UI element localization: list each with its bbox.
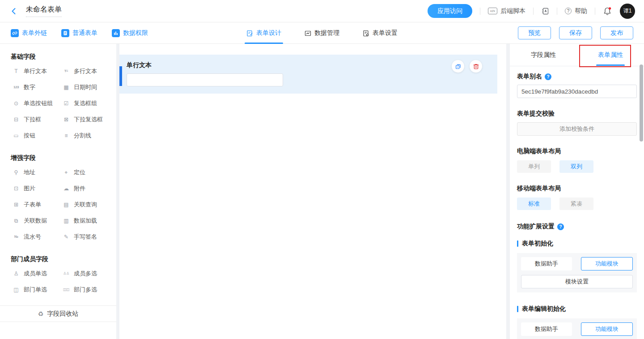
form-title[interactable]: 未命名表单 bbox=[26, 5, 62, 17]
field-label: 部门单选 bbox=[24, 286, 47, 294]
panel-scrollbar[interactable] bbox=[640, 64, 643, 142]
save-button[interactable]: 保存 bbox=[559, 26, 592, 39]
sidebar-field-radio-group[interactable]: ⊙单选按钮组 bbox=[13, 99, 63, 107]
sidebar-field-serial-number[interactable]: №流水号 bbox=[13, 233, 63, 241]
section-title-enhanced-fields: 增强字段 bbox=[0, 145, 116, 164]
section-title-member-fields: 部门成员字段 bbox=[0, 246, 116, 265]
backend-script-button[interactable]: </> 后端脚本 bbox=[488, 7, 525, 15]
field-label: 成员单选 bbox=[24, 270, 47, 278]
sidebar-field-datetime[interactable]: ▦日期时间 bbox=[63, 83, 113, 91]
form-edit-init-data-assistant-button[interactable]: 数据助手 bbox=[521, 322, 572, 336]
pc-layout-double-option[interactable]: 双列 bbox=[559, 160, 593, 173]
contacts-icon bbox=[541, 7, 549, 15]
selected-field-block[interactable]: 单行文本 bbox=[119, 55, 497, 94]
sidebar-field-button[interactable]: ▭按钮 bbox=[13, 132, 63, 140]
attachment-icon: ☁ bbox=[63, 186, 70, 191]
field-label: 分割线 bbox=[74, 132, 91, 140]
contacts-button[interactable] bbox=[541, 7, 549, 15]
serial-number-icon: № bbox=[13, 235, 20, 239]
sidebar-field-address[interactable]: ⚲地址 bbox=[13, 168, 63, 176]
tab-data-manage[interactable]: 数据管理 bbox=[305, 22, 339, 44]
avatar[interactable]: 谭1 bbox=[620, 4, 635, 19]
field-label: 单行文本 bbox=[24, 67, 47, 75]
form-init-data-assistant-button[interactable]: 数据助手 bbox=[521, 257, 572, 270]
help-label: 帮助 bbox=[575, 7, 587, 15]
divider-field-icon: ≡ bbox=[63, 133, 70, 138]
publish-button[interactable]: 发布 bbox=[600, 26, 633, 39]
section-title-basic-fields: 基础字段 bbox=[0, 44, 116, 63]
member-multi-icon: ♙♙ bbox=[63, 272, 70, 275]
trash-icon bbox=[473, 63, 479, 70]
field-label: 单选按钮组 bbox=[24, 99, 53, 107]
datetime-icon: ▦ bbox=[63, 85, 70, 90]
single-line-text-input[interactable] bbox=[127, 73, 283, 86]
sidebar-field-dept-multi[interactable]: ◫◫部门多选 bbox=[63, 286, 113, 294]
code-icon: </> bbox=[488, 8, 497, 14]
tab-form-design[interactable]: 表单设计 bbox=[246, 22, 281, 44]
alias-help-icon[interactable]: ? bbox=[545, 73, 551, 80]
signature-icon: ✎ bbox=[63, 234, 70, 240]
add-validation-button[interactable]: 添加校验条件 bbox=[517, 122, 637, 136]
sidebar-field-linked-data[interactable]: ⧉关联数据 bbox=[13, 217, 63, 225]
sidebar-field-linked-query[interactable]: ▤关联查询 bbox=[63, 201, 113, 209]
copy-field-button[interactable] bbox=[452, 60, 464, 73]
app-header: 未命名表单 应用访问 </> 后端脚本 ? 帮助 谭1 bbox=[0, 0, 644, 22]
tab-form-settings-label: 表单设置 bbox=[373, 29, 398, 37]
external-link-button[interactable]: 表单外链 bbox=[11, 29, 47, 37]
sidebar-field-checkbox-group[interactable]: ☑复选框组 bbox=[63, 99, 113, 107]
divider bbox=[557, 8, 557, 15]
pc-layout-single-option[interactable]: 单列 bbox=[517, 160, 551, 173]
field-label: 关联查询 bbox=[74, 201, 97, 209]
form-init-heading: 表单初始化 bbox=[517, 240, 637, 248]
notifications-button[interactable] bbox=[603, 7, 612, 16]
divider bbox=[595, 8, 595, 15]
sidebar-field-multi-line-text[interactable]: T≡多行文本 bbox=[63, 67, 113, 75]
single-line-text-icon: T bbox=[13, 69, 20, 74]
delete-field-button[interactable] bbox=[470, 60, 482, 73]
back-button[interactable] bbox=[10, 6, 20, 16]
mobile-layout-standard-option[interactable]: 标准 bbox=[517, 197, 551, 210]
field-label: 下拉复选框 bbox=[74, 116, 103, 124]
notification-badge bbox=[609, 7, 611, 9]
field-recycle-bin-button[interactable]: ♻ 字段回收站 bbox=[0, 305, 116, 322]
plain-form-button[interactable]: 普通表单 bbox=[61, 29, 97, 37]
mobile-layout-label: 移动端表单布局 bbox=[517, 185, 561, 193]
form-edit-init-feature-module-button[interactable]: 功能模块 bbox=[581, 322, 633, 336]
divider bbox=[533, 8, 534, 15]
select-icon: ⊟ bbox=[13, 117, 20, 122]
sidebar-field-attachment[interactable]: ☁附件 bbox=[63, 185, 113, 193]
sidebar-field-select[interactable]: ⊟下拉框 bbox=[13, 116, 63, 124]
form-init-module-settings-button[interactable]: 模块设置 bbox=[521, 275, 633, 288]
form-canvas[interactable]: 单行文本 bbox=[119, 44, 506, 339]
sidebar-field-signature[interactable]: ✎手写签名 bbox=[63, 233, 113, 241]
sidebar-field-image[interactable]: ⊡图片 bbox=[13, 185, 63, 193]
field-label: 成员多选 bbox=[74, 270, 97, 278]
sidebar-field-number[interactable]: 123数字 bbox=[13, 83, 63, 91]
button-field-icon: ▭ bbox=[13, 133, 20, 138]
data-permission-button[interactable]: 数据权限 bbox=[112, 29, 148, 37]
sidebar-field-member-multi[interactable]: ♙♙成员多选 bbox=[63, 270, 113, 278]
form-alias-input[interactable] bbox=[517, 85, 637, 98]
sidebar-field-divider[interactable]: ≡分割线 bbox=[63, 132, 113, 140]
form-init-feature-module-button[interactable]: 功能模块 bbox=[581, 257, 633, 270]
tab-field-properties[interactable]: 字段属性 bbox=[510, 44, 577, 66]
field-label: 复选框组 bbox=[74, 99, 97, 107]
app-access-button[interactable]: 应用访问 bbox=[428, 4, 472, 18]
tab-form-properties[interactable]: 表单属性 bbox=[577, 44, 644, 66]
sidebar-field-multi-select[interactable]: ⊠下拉复选框 bbox=[63, 116, 113, 124]
preview-button[interactable]: 预览 bbox=[518, 26, 551, 39]
tab-form-settings[interactable]: 表单设置 bbox=[363, 22, 398, 44]
recycle-icon: ♻ bbox=[38, 311, 44, 317]
sidebar-field-member-single[interactable]: ♙成员单选 bbox=[13, 270, 63, 278]
sidebar-field-data-load[interactable]: ▥数据加载 bbox=[63, 217, 113, 225]
sidebar-field-dept-single[interactable]: ◫部门单选 bbox=[13, 286, 63, 294]
address-icon: ⚲ bbox=[13, 170, 20, 175]
mobile-layout-compact-option[interactable]: 紧凑 bbox=[559, 197, 593, 210]
sidebar-field-single-line-text[interactable]: T单行文本 bbox=[13, 67, 63, 75]
data-manage-icon bbox=[305, 30, 311, 37]
submit-validation-label: 表单提交校验 bbox=[517, 110, 555, 118]
sidebar-field-subform[interactable]: ⊞子表单 bbox=[13, 201, 63, 209]
feature-extension-help-icon[interactable]: ? bbox=[557, 223, 564, 230]
help-button[interactable]: ? 帮助 bbox=[565, 7, 587, 15]
sidebar-field-location[interactable]: ⌖定位 bbox=[63, 168, 113, 176]
